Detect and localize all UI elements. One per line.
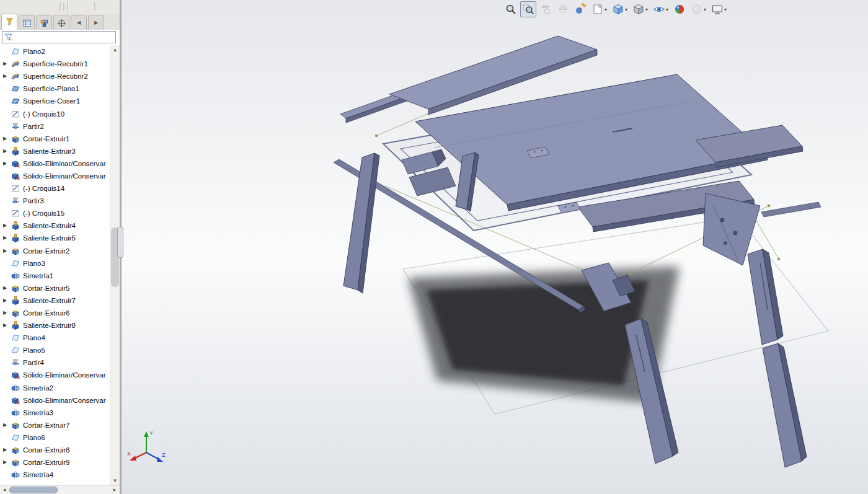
- chevron-down-icon[interactable]: ▾: [645, 7, 648, 12]
- tree-item-label: Sólido-Eliminar/Conservar: [23, 172, 106, 180]
- tree-item[interactable]: Superficie-Coser1: [0, 95, 110, 107]
- model-short-rail[interactable]: [761, 202, 821, 217]
- scroll-up-button[interactable]: ▲: [110, 45, 120, 55]
- tree-item-label: Cortar-Extruir5: [23, 284, 69, 292]
- tree-item[interactable]: Plano3: [0, 257, 110, 270]
- edit-appearance-button[interactable]: [572, 1, 588, 17]
- boss-extrude-icon: [11, 296, 20, 305]
- expand-arrow-icon[interactable]: ▶: [0, 460, 11, 465]
- tree-item[interactable]: Superficie-Plano1: [0, 82, 110, 95]
- tree-item[interactable]: Simetría2: [0, 382, 110, 394]
- expand-arrow-icon[interactable]: ▶: [0, 298, 11, 303]
- tree-item[interactable]: ▶Cortar-Extruir1: [0, 133, 110, 145]
- tree-item-label: Superficie-Plano1: [23, 85, 79, 92]
- tree-item[interactable]: ▶Cortar-Extruir6: [0, 307, 110, 319]
- tree-item[interactable]: Simetría4: [0, 469, 110, 481]
- expand-arrow-icon[interactable]: ▶: [0, 61, 11, 66]
- tree-item-label: Simetría1: [23, 272, 53, 280]
- chevron-down-icon[interactable]: ▾: [625, 7, 627, 12]
- hide-show-items-button[interactable]: ▾: [651, 1, 670, 17]
- tree-vertical-scrollbar[interactable]: ▲ ▼: [110, 45, 120, 485]
- tree-item[interactable]: Partir3: [0, 195, 110, 207]
- horizontal-scroll-thumb[interactable]: [9, 487, 58, 493]
- tree-item[interactable]: ▶Cortar-Extruir5: [0, 282, 110, 294]
- expand-arrow-icon[interactable]: ▶: [0, 223, 11, 228]
- triad-x-label: X: [127, 451, 131, 457]
- tab-scroll-left[interactable]: ◀: [71, 15, 87, 30]
- expand-arrow-icon[interactable]: ▶: [0, 448, 11, 452]
- tree-item[interactable]: ▶Cortar-Extruir9: [0, 456, 110, 469]
- expand-arrow-icon[interactable]: ▶: [0, 286, 11, 291]
- tree-item-label: Cortar-Extruir8: [23, 446, 69, 454]
- expand-arrow-icon[interactable]: ▶: [0, 236, 11, 240]
- tree-item[interactable]: Partir2: [0, 120, 110, 133]
- zoom-to-area-button[interactable]: [520, 1, 536, 17]
- expand-arrow-icon[interactable]: ▶: [0, 161, 11, 166]
- tree-item[interactable]: Plano6: [0, 431, 110, 444]
- tree-item[interactable]: ▶Sólido-Eliminar/Conservar: [0, 157, 110, 170]
- tree-item[interactable]: Sólido-Eliminar/Conservar: [0, 369, 110, 381]
- tab-scroll-right[interactable]: ▶: [88, 15, 104, 30]
- expand-arrow-icon[interactable]: ▶: [0, 311, 11, 315]
- chevron-down-icon[interactable]: ▾: [604, 7, 607, 12]
- expand-arrow-icon[interactable]: ▶: [0, 423, 11, 428]
- featuremanager-tab[interactable]: [1, 14, 17, 30]
- toolbar-grip: [94, 2, 96, 11]
- graphics-area[interactable]: ▾▾▾▾▾▾ Y X Z: [122, 0, 868, 494]
- zoom-to-fit-button[interactable]: [503, 1, 519, 17]
- realview-graphics-button[interactable]: [671, 1, 688, 17]
- tree-item-label: (-) Croquis10: [23, 110, 64, 118]
- triad-y-label: Y: [149, 430, 153, 436]
- tree-item[interactable]: Partir4: [0, 356, 110, 369]
- tree-item[interactable]: ▶Cortar-Extruir2: [0, 245, 110, 257]
- tree-item[interactable]: ▶Superficie-Recubrir1: [0, 58, 110, 70]
- tree-item[interactable]: ▶Cortar-Extruir8: [0, 444, 110, 456]
- expand-arrow-icon[interactable]: ▶: [0, 323, 11, 328]
- tree-item[interactable]: Sólido-Eliminar/Conservar: [0, 170, 110, 182]
- chevron-down-icon[interactable]: ▾: [666, 7, 668, 12]
- tree-item[interactable]: Plano4: [0, 332, 110, 344]
- tree-item[interactable]: (-) Croquis10: [0, 107, 110, 120]
- scroll-down-button[interactable]: ▼: [110, 476, 120, 485]
- tree-item-label: Saliente-Extruir5: [23, 234, 76, 242]
- tree-item[interactable]: ▶Saliente-Extruir7: [0, 294, 110, 307]
- tree-item[interactable]: Simetría1: [0, 270, 110, 282]
- dimxpertmanager-tab[interactable]: [53, 15, 69, 30]
- tree-item[interactable]: ▶Saliente-Extruir5: [0, 232, 110, 244]
- plane-icon: [11, 259, 20, 268]
- tree-item[interactable]: ▶Saliente-Extruir3: [0, 145, 110, 157]
- expand-arrow-icon[interactable]: ▶: [0, 149, 11, 154]
- propertymanager-tab[interactable]: [19, 15, 35, 30]
- tree-item[interactable]: ▶Saliente-Extruir8: [0, 319, 110, 332]
- apply-scene-button[interactable]: ▾: [590, 1, 609, 17]
- panel-splitter-handle[interactable]: [117, 227, 123, 258]
- expand-arrow-icon[interactable]: ▶: [0, 136, 11, 141]
- expand-arrow-icon[interactable]: ▶: [0, 249, 11, 254]
- tree-item[interactable]: Simetría3: [0, 407, 110, 419]
- tree-item[interactable]: (-) Croquis15: [0, 207, 110, 219]
- scroll-left-button[interactable]: ◄: [0, 486, 9, 494]
- tree-item[interactable]: ▶Superficie-Recubrir2: [0, 70, 110, 82]
- panel-top-strip: [0, 0, 120, 14]
- plane-icon: [11, 47, 20, 56]
- display-style-button[interactable]: ▾: [631, 1, 650, 17]
- tree-item[interactable]: ▶Saliente-Extruir4: [0, 219, 110, 232]
- tree-horizontal-scrollbar[interactable]: ◄ ►: [0, 485, 120, 494]
- scroll-right-button[interactable]: ►: [110, 486, 119, 494]
- heads-up-view-toolbar: ▾▾▾▾▾▾: [502, 1, 729, 17]
- tree-item[interactable]: Plano5: [0, 344, 110, 356]
- tree-item[interactable]: (-) Croquis14: [0, 182, 110, 195]
- tree-item-label: Plano6: [23, 434, 45, 441]
- view-orientation-button[interactable]: ▾: [610, 1, 629, 17]
- chevron-down-icon[interactable]: ▾: [704, 7, 706, 12]
- configurationmanager-tab[interactable]: [36, 15, 52, 30]
- tree-filter-input[interactable]: [2, 31, 116, 43]
- tree-item[interactable]: Sólido-Eliminar/Conservar: [0, 394, 110, 407]
- tree-item[interactable]: ▶Cortar-Extruir7: [0, 419, 110, 431]
- expand-arrow-icon[interactable]: ▶: [0, 74, 11, 79]
- tree-item[interactable]: Plano2: [0, 45, 110, 58]
- view-settings-button[interactable]: ▾: [709, 1, 728, 17]
- exploded-desk-model[interactable]: [122, 0, 868, 494]
- tree-item-label: Plano4: [23, 334, 45, 342]
- chevron-down-icon[interactable]: ▾: [724, 7, 727, 12]
